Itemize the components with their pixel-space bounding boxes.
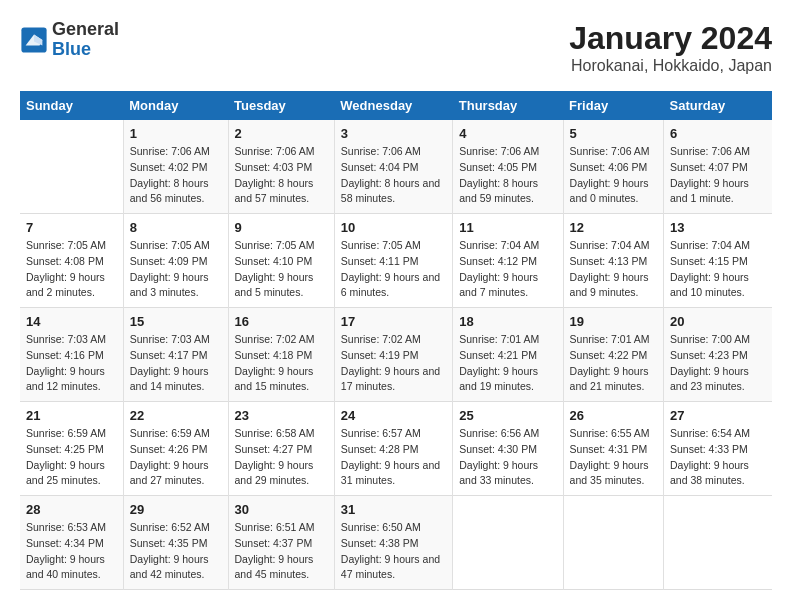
calendar-cell: 12 Sunrise: 7:04 AM Sunset: 4:13 PM Dayl… <box>563 214 663 308</box>
calendar-table: SundayMondayTuesdayWednesdayThursdayFrid… <box>20 91 772 590</box>
weekday-header: Wednesday <box>334 91 452 120</box>
calendar-cell: 23 Sunrise: 6:58 AM Sunset: 4:27 PM Dayl… <box>228 402 334 496</box>
day-info: Sunrise: 7:05 AM Sunset: 4:11 PM Dayligh… <box>341 238 446 301</box>
calendar-cell: 18 Sunrise: 7:01 AM Sunset: 4:21 PM Dayl… <box>453 308 563 402</box>
day-number: 22 <box>130 408 222 423</box>
calendar-cell <box>20 120 123 214</box>
calendar-cell: 28 Sunrise: 6:53 AM Sunset: 4:34 PM Dayl… <box>20 496 123 590</box>
day-info: Sunrise: 7:05 AM Sunset: 4:08 PM Dayligh… <box>26 238 117 301</box>
title-block: January 2024 Horokanai, Hokkaido, Japan <box>569 20 772 75</box>
logo-text: General Blue <box>52 20 119 60</box>
day-info: Sunrise: 6:52 AM Sunset: 4:35 PM Dayligh… <box>130 520 222 583</box>
calendar-week-row: 1 Sunrise: 7:06 AM Sunset: 4:02 PM Dayli… <box>20 120 772 214</box>
calendar-week-row: 7 Sunrise: 7:05 AM Sunset: 4:08 PM Dayli… <box>20 214 772 308</box>
day-info: Sunrise: 6:59 AM Sunset: 4:25 PM Dayligh… <box>26 426 117 489</box>
calendar-cell: 27 Sunrise: 6:54 AM Sunset: 4:33 PM Dayl… <box>664 402 772 496</box>
calendar-cell: 15 Sunrise: 7:03 AM Sunset: 4:17 PM Dayl… <box>123 308 228 402</box>
logo-icon <box>20 26 48 54</box>
day-number: 31 <box>341 502 446 517</box>
calendar-cell: 25 Sunrise: 6:56 AM Sunset: 4:30 PM Dayl… <box>453 402 563 496</box>
calendar-cell: 4 Sunrise: 7:06 AM Sunset: 4:05 PM Dayli… <box>453 120 563 214</box>
weekday-header: Thursday <box>453 91 563 120</box>
day-number: 15 <box>130 314 222 329</box>
day-number: 16 <box>235 314 328 329</box>
calendar-week-row: 21 Sunrise: 6:59 AM Sunset: 4:25 PM Dayl… <box>20 402 772 496</box>
calendar-cell: 29 Sunrise: 6:52 AM Sunset: 4:35 PM Dayl… <box>123 496 228 590</box>
day-number: 23 <box>235 408 328 423</box>
calendar-cell: 3 Sunrise: 7:06 AM Sunset: 4:04 PM Dayli… <box>334 120 452 214</box>
day-info: Sunrise: 7:06 AM Sunset: 4:03 PM Dayligh… <box>235 144 328 207</box>
weekday-header: Saturday <box>664 91 772 120</box>
calendar-cell: 24 Sunrise: 6:57 AM Sunset: 4:28 PM Dayl… <box>334 402 452 496</box>
day-info: Sunrise: 7:05 AM Sunset: 4:10 PM Dayligh… <box>235 238 328 301</box>
calendar-cell: 9 Sunrise: 7:05 AM Sunset: 4:10 PM Dayli… <box>228 214 334 308</box>
calendar-cell: 7 Sunrise: 7:05 AM Sunset: 4:08 PM Dayli… <box>20 214 123 308</box>
calendar-cell: 14 Sunrise: 7:03 AM Sunset: 4:16 PM Dayl… <box>20 308 123 402</box>
day-info: Sunrise: 6:56 AM Sunset: 4:30 PM Dayligh… <box>459 426 556 489</box>
day-number: 20 <box>670 314 766 329</box>
day-info: Sunrise: 7:04 AM Sunset: 4:13 PM Dayligh… <box>570 238 657 301</box>
day-info: Sunrise: 6:58 AM Sunset: 4:27 PM Dayligh… <box>235 426 328 489</box>
day-number: 19 <box>570 314 657 329</box>
weekday-header: Monday <box>123 91 228 120</box>
logo: General Blue <box>20 20 119 60</box>
calendar-cell: 13 Sunrise: 7:04 AM Sunset: 4:15 PM Dayl… <box>664 214 772 308</box>
day-number: 26 <box>570 408 657 423</box>
calendar-cell: 30 Sunrise: 6:51 AM Sunset: 4:37 PM Dayl… <box>228 496 334 590</box>
weekday-header: Sunday <box>20 91 123 120</box>
day-number: 8 <box>130 220 222 235</box>
day-number: 21 <box>26 408 117 423</box>
calendar-cell: 21 Sunrise: 6:59 AM Sunset: 4:25 PM Dayl… <box>20 402 123 496</box>
day-info: Sunrise: 7:00 AM Sunset: 4:23 PM Dayligh… <box>670 332 766 395</box>
day-number: 9 <box>235 220 328 235</box>
day-info: Sunrise: 6:57 AM Sunset: 4:28 PM Dayligh… <box>341 426 446 489</box>
page-title: January 2024 <box>569 20 772 57</box>
calendar-cell <box>453 496 563 590</box>
day-info: Sunrise: 7:06 AM Sunset: 4:02 PM Dayligh… <box>130 144 222 207</box>
day-number: 17 <box>341 314 446 329</box>
page-subtitle: Horokanai, Hokkaido, Japan <box>569 57 772 75</box>
day-info: Sunrise: 7:02 AM Sunset: 4:18 PM Dayligh… <box>235 332 328 395</box>
day-number: 25 <box>459 408 556 423</box>
day-number: 27 <box>670 408 766 423</box>
day-number: 7 <box>26 220 117 235</box>
calendar-cell: 2 Sunrise: 7:06 AM Sunset: 4:03 PM Dayli… <box>228 120 334 214</box>
calendar-week-row: 28 Sunrise: 6:53 AM Sunset: 4:34 PM Dayl… <box>20 496 772 590</box>
day-number: 5 <box>570 126 657 141</box>
calendar-cell: 26 Sunrise: 6:55 AM Sunset: 4:31 PM Dayl… <box>563 402 663 496</box>
calendar-cell <box>664 496 772 590</box>
weekday-header: Tuesday <box>228 91 334 120</box>
day-number: 4 <box>459 126 556 141</box>
day-number: 13 <box>670 220 766 235</box>
day-number: 2 <box>235 126 328 141</box>
calendar-cell: 1 Sunrise: 7:06 AM Sunset: 4:02 PM Dayli… <box>123 120 228 214</box>
day-info: Sunrise: 7:03 AM Sunset: 4:17 PM Dayligh… <box>130 332 222 395</box>
day-info: Sunrise: 7:02 AM Sunset: 4:19 PM Dayligh… <box>341 332 446 395</box>
day-number: 10 <box>341 220 446 235</box>
day-info: Sunrise: 7:04 AM Sunset: 4:12 PM Dayligh… <box>459 238 556 301</box>
day-number: 1 <box>130 126 222 141</box>
day-info: Sunrise: 7:06 AM Sunset: 4:04 PM Dayligh… <box>341 144 446 207</box>
calendar-cell: 10 Sunrise: 7:05 AM Sunset: 4:11 PM Dayl… <box>334 214 452 308</box>
day-number: 3 <box>341 126 446 141</box>
day-info: Sunrise: 6:50 AM Sunset: 4:38 PM Dayligh… <box>341 520 446 583</box>
calendar-cell: 6 Sunrise: 7:06 AM Sunset: 4:07 PM Dayli… <box>664 120 772 214</box>
day-number: 14 <box>26 314 117 329</box>
calendar-cell: 17 Sunrise: 7:02 AM Sunset: 4:19 PM Dayl… <box>334 308 452 402</box>
day-number: 12 <box>570 220 657 235</box>
day-info: Sunrise: 6:54 AM Sunset: 4:33 PM Dayligh… <box>670 426 766 489</box>
day-number: 28 <box>26 502 117 517</box>
day-number: 30 <box>235 502 328 517</box>
calendar-cell: 5 Sunrise: 7:06 AM Sunset: 4:06 PM Dayli… <box>563 120 663 214</box>
calendar-cell: 11 Sunrise: 7:04 AM Sunset: 4:12 PM Dayl… <box>453 214 563 308</box>
calendar-cell: 31 Sunrise: 6:50 AM Sunset: 4:38 PM Dayl… <box>334 496 452 590</box>
day-number: 18 <box>459 314 556 329</box>
day-info: Sunrise: 7:05 AM Sunset: 4:09 PM Dayligh… <box>130 238 222 301</box>
day-number: 6 <box>670 126 766 141</box>
day-number: 24 <box>341 408 446 423</box>
day-info: Sunrise: 6:59 AM Sunset: 4:26 PM Dayligh… <box>130 426 222 489</box>
calendar-cell: 19 Sunrise: 7:01 AM Sunset: 4:22 PM Dayl… <box>563 308 663 402</box>
day-info: Sunrise: 7:04 AM Sunset: 4:15 PM Dayligh… <box>670 238 766 301</box>
day-info: Sunrise: 7:01 AM Sunset: 4:22 PM Dayligh… <box>570 332 657 395</box>
calendar-week-row: 14 Sunrise: 7:03 AM Sunset: 4:16 PM Dayl… <box>20 308 772 402</box>
